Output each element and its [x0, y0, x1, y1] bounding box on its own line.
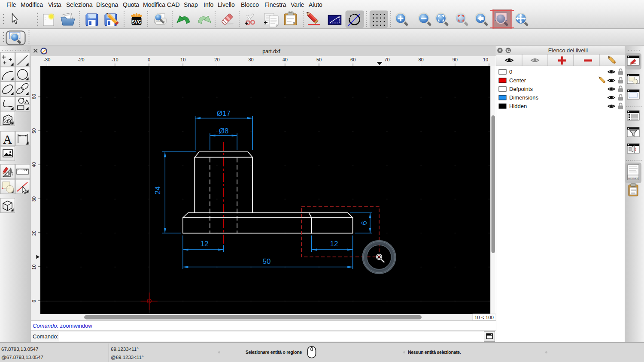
svg-text:40: 40	[31, 162, 36, 167]
svg-text:0: 0	[31, 300, 36, 302]
svg-text:0: 0	[148, 57, 150, 62]
svg-text:6: 6	[360, 221, 368, 225]
svg-text:12: 12	[330, 240, 338, 248]
svg-text:Dimensions: Dimensions	[509, 94, 538, 101]
svg-text:90: 90	[453, 57, 458, 62]
svg-text:-20: -20	[78, 57, 85, 62]
svg-text:50: 50	[263, 257, 271, 265]
svg-text:-10: -10	[112, 57, 118, 62]
svg-text:part.dxf: part.dxf	[262, 48, 280, 54]
svg-text:command: command	[628, 177, 638, 179]
svg-text:40: 40	[283, 57, 288, 62]
svg-text:-30: -30	[43, 57, 50, 62]
svg-text:60: 60	[350, 57, 355, 62]
svg-text:60: 60	[31, 94, 36, 99]
svg-text:50: 50	[316, 57, 322, 62]
svg-text:50: 50	[31, 128, 36, 133]
svg-text:20: 20	[214, 57, 219, 62]
svg-text:Elenco dei livelli: Elenco dei livelli	[548, 47, 588, 54]
svg-text:10 < 100: 10 < 100	[474, 315, 494, 320]
svg-text:A: A	[3, 133, 12, 146]
svg-text:Defpoints: Defpoints	[509, 86, 533, 92]
svg-text:10: 10	[180, 57, 185, 62]
svg-text:80: 80	[418, 57, 423, 62]
svg-text:10: 10	[483, 57, 488, 62]
svg-text:30: 30	[31, 196, 36, 202]
svg-text:24: 24	[154, 187, 162, 195]
svg-text:Ø17: Ø17	[217, 109, 231, 118]
svg-text:SVG: SVG	[132, 19, 141, 24]
svg-text:Hidden: Hidden	[509, 103, 527, 109]
svg-text:70: 70	[384, 57, 389, 62]
svg-text:Ø8: Ø8	[219, 127, 229, 135]
svg-text:20: 20	[31, 230, 36, 235]
svg-text:12: 12	[200, 240, 209, 248]
svg-text:30: 30	[248, 57, 253, 62]
svg-text:0: 0	[509, 69, 512, 75]
svg-text:10: 10	[31, 264, 36, 269]
svg-text:Center: Center	[509, 77, 526, 84]
